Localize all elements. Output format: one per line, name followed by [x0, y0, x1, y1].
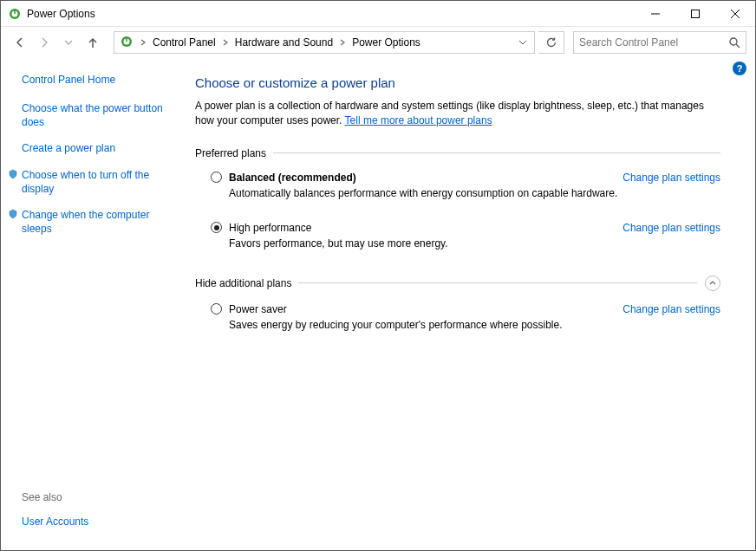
group-header-preferred: Preferred plans	[195, 147, 720, 159]
titlebar: Power Options	[1, 1, 755, 27]
address-bar[interactable]: Control Panel Hardware and Sound Power O…	[114, 31, 535, 54]
help-icon[interactable]: ?	[733, 62, 746, 75]
search-placeholder: Search Control Panel	[579, 36, 728, 49]
plan-description: Automatically balances performance with …	[229, 187, 720, 199]
back-button[interactable]	[10, 32, 30, 53]
breadcrumb-segment[interactable]: Power Options	[349, 32, 424, 53]
main-area: Control Panel Home Choose what the power…	[1, 58, 755, 550]
change-plan-settings-link[interactable]: Change plan settings	[622, 222, 720, 234]
sidebar-task-computer-sleeps[interactable]: Change when the computer sleeps	[22, 208, 174, 236]
see-also-user-accounts-link[interactable]: User Accounts	[22, 515, 174, 528]
forward-button[interactable]	[34, 32, 55, 53]
group-label: Hide additional plans	[195, 277, 291, 289]
radio-high-performance[interactable]	[211, 222, 222, 233]
learn-more-link[interactable]: Tell me more about power plans	[345, 114, 492, 126]
sidebar-task-label: Change when the computer sleeps	[22, 209, 149, 235]
svg-rect-10	[126, 37, 127, 42]
see-also-heading: See also	[22, 491, 174, 503]
svg-rect-4	[692, 10, 700, 17]
chevron-right-icon[interactable]	[137, 39, 149, 46]
recent-locations-button[interactable]	[58, 32, 79, 53]
sidebar-task-label: Create a power plan	[22, 142, 115, 154]
window-title: Power Options	[27, 8, 95, 20]
group-label: Preferred plans	[195, 147, 266, 159]
plan-name[interactable]: High performance	[229, 222, 311, 234]
sidebar-task-turn-off-display[interactable]: Choose when to turn off the display	[22, 168, 174, 196]
breadcrumb-segment[interactable]: Hardware and Sound	[231, 32, 336, 53]
change-plan-settings-link[interactable]: Change plan settings	[622, 172, 720, 184]
divider	[298, 282, 698, 283]
control-panel-home-link[interactable]: Control Panel Home	[22, 74, 174, 86]
plan-power-saver: Power saver Change plan settings Saves e…	[195, 300, 720, 338]
sidebar-task-create-plan[interactable]: Create a power plan	[22, 141, 174, 155]
plan-name[interactable]: Balanced (recommended)	[229, 172, 356, 184]
plan-name[interactable]: Power saver	[229, 303, 287, 315]
minimize-button[interactable]	[635, 1, 675, 26]
navigation-bar: Control Panel Hardware and Sound Power O…	[1, 27, 755, 58]
divider	[273, 152, 720, 153]
power-options-icon	[120, 35, 134, 51]
svg-point-11	[730, 38, 737, 45]
change-plan-settings-link[interactable]: Change plan settings	[622, 303, 720, 315]
shield-icon	[8, 169, 18, 179]
breadcrumb-segment[interactable]: Control Panel	[149, 32, 219, 53]
radio-balanced[interactable]	[211, 172, 222, 183]
refresh-button[interactable]	[538, 31, 564, 54]
plan-high-performance: High performance Change plan settings Fa…	[195, 218, 720, 256]
maximize-button[interactable]	[675, 1, 715, 26]
plan-balanced: Balanced (recommended) Change plan setti…	[195, 168, 720, 206]
svg-rect-2	[14, 10, 16, 14]
chevron-right-icon[interactable]	[336, 39, 349, 46]
window-controls	[635, 1, 755, 26]
svg-line-12	[736, 44, 740, 48]
close-button[interactable]	[715, 1, 755, 26]
sidebar-task-label: Choose when to turn off the display	[22, 169, 149, 195]
sidebar-task-label: Choose what the power button does	[22, 102, 163, 128]
search-icon	[728, 37, 740, 49]
shield-icon	[8, 209, 18, 219]
collapse-button[interactable]	[705, 276, 720, 291]
content-pane: ? Choose or customize a power plan A pow…	[186, 58, 755, 550]
sidebar-task-power-button[interactable]: Choose what the power button does	[22, 101, 174, 129]
page-description: A power plan is a collection of hardware…	[195, 99, 720, 128]
plan-description: Saves energy by reducing your computer's…	[229, 319, 720, 331]
power-options-icon	[8, 7, 22, 21]
up-button[interactable]	[82, 32, 103, 53]
additional-plans-group: Hide additional plans Power saver Change…	[195, 276, 720, 338]
group-header-additional[interactable]: Hide additional plans	[195, 276, 720, 291]
preferred-plans-group: Preferred plans Balanced (recommended) C…	[195, 147, 720, 256]
page-heading: Choose or customize a power plan	[195, 75, 720, 90]
sidebar: Control Panel Home Choose what the power…	[1, 58, 186, 550]
address-dropdown-button[interactable]	[515, 38, 531, 47]
chevron-right-icon[interactable]	[219, 39, 231, 46]
radio-power-saver[interactable]	[211, 303, 222, 314]
search-input[interactable]: Search Control Panel	[573, 31, 746, 54]
plan-description: Favors performance, but may use more ene…	[229, 237, 720, 250]
